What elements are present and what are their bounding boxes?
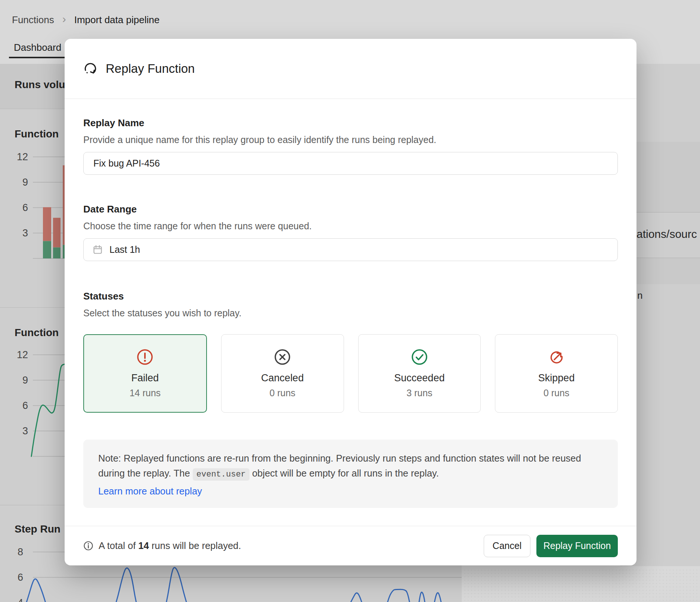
cancel-button[interactable]: Cancel [484,535,530,557]
note-text: Note: Replayed functions are re-run from… [98,451,603,482]
statuses-description: Select the statuses you wish to replay. [83,307,618,319]
status-card-skipped[interactable]: Skipped 0 runs [495,334,618,413]
modal-header: Replay Function [65,39,636,99]
summary-prefix: A total of [99,540,138,551]
status-card-name: Succeeded [394,372,445,384]
alert-circle-icon [136,348,154,366]
status-card-failed[interactable]: Failed 14 runs [83,334,207,413]
modal-body: Replay Name Provide a unique name for th… [65,99,636,508]
summary-count: 14 [138,540,149,551]
status-card-succeeded[interactable]: Succeeded 3 runs [358,334,481,413]
replay-name-label: Replay Name [83,117,618,129]
date-range-label: Date Range [83,203,618,215]
status-card-runs: 14 runs [130,388,161,398]
replay-function-button[interactable]: Replay Function [536,535,618,557]
info-icon [83,541,93,551]
date-range-picker[interactable]: Last 1h [83,238,618,261]
replay-summary: A total of 14 runs will be replayed. [83,540,241,551]
status-card-canceled[interactable]: Canceled 0 runs [221,334,344,413]
replay-note: Note: Replayed functions are re-run from… [83,440,618,508]
app-root: 1296312963864 Functions › Import data pi… [0,0,700,602]
learn-more-link[interactable]: Learn more about replay [98,486,202,497]
date-range-value: Last 1h [109,244,140,255]
cancel-circle-icon [274,348,291,366]
replay-icon [83,62,97,76]
statuses-label: Statuses [83,290,618,302]
calendar-icon [93,245,103,255]
modal-footer: A total of 14 runs will be replayed. Can… [65,526,636,565]
replay-function-modal: Replay Function Replay Name Provide a un… [65,39,636,565]
summary-suffix: runs will be replayed. [149,540,241,551]
status-cards: Failed 14 runs Canceled 0 runs [83,334,618,413]
status-card-name: Canceled [261,372,304,384]
skip-arrow-icon [548,348,565,366]
date-range-description: Choose the time range for when the runs … [83,220,618,232]
note-suffix: object will be empty for all runs in the… [250,468,439,478]
footer-actions: Cancel Replay Function [484,535,618,557]
modal-title: Replay Function [106,62,195,76]
replay-summary-text: A total of 14 runs will be replayed. [99,540,241,551]
status-card-name: Skipped [538,372,575,384]
code-event-user: event.user [193,468,250,481]
status-card-runs: 0 runs [543,388,569,398]
status-card-runs: 0 runs [269,388,295,398]
replay-name-description: Provide a unique name for this replay gr… [83,134,618,145]
replay-name-input[interactable] [83,152,618,175]
status-card-runs: 3 runs [406,388,432,398]
check-circle-icon [411,348,428,366]
status-card-name: Failed [131,372,159,384]
